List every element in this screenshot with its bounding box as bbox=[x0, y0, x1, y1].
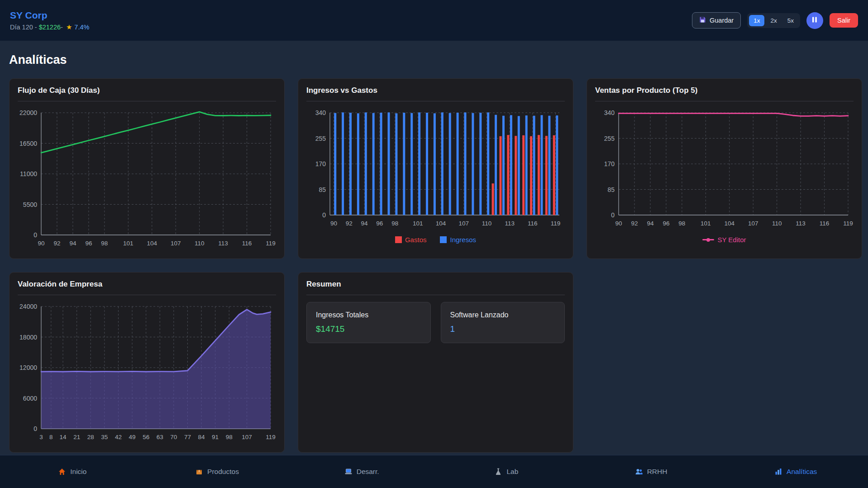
svg-text:21: 21 bbox=[73, 434, 80, 440]
nav-item-inicio[interactable]: Inicio bbox=[0, 455, 145, 488]
speed-1x-button[interactable]: 1x bbox=[749, 15, 764, 26]
svg-text:85: 85 bbox=[607, 186, 615, 193]
pause-button[interactable] bbox=[806, 12, 823, 29]
svg-text:49: 49 bbox=[129, 434, 136, 440]
svg-text:96: 96 bbox=[663, 220, 669, 227]
legend-item-sy-editor[interactable]: SY Editor bbox=[702, 236, 746, 244]
stat-value: 1 bbox=[450, 324, 556, 334]
svg-text:116: 116 bbox=[242, 240, 252, 247]
speed-2x-button[interactable]: 2x bbox=[766, 15, 781, 26]
svg-text:170: 170 bbox=[315, 160, 326, 167]
svg-text:12000: 12000 bbox=[19, 364, 37, 371]
income-vs-expenses-legend: GastosIngresos bbox=[306, 236, 565, 244]
svg-text:101: 101 bbox=[413, 220, 423, 227]
sales-by-product-legend: SY Editor bbox=[595, 236, 854, 244]
nav-label: Lab bbox=[506, 468, 518, 476]
save-button[interactable]: Guardar bbox=[692, 12, 741, 29]
page-title: Analíticas bbox=[9, 53, 859, 67]
svg-text:92: 92 bbox=[53, 240, 60, 247]
svg-text:11000: 11000 bbox=[20, 170, 37, 177]
svg-text:90: 90 bbox=[330, 220, 337, 227]
svg-text:104: 104 bbox=[724, 220, 734, 227]
svg-text:101: 101 bbox=[123, 240, 134, 247]
company-name: SY Corp bbox=[10, 10, 89, 21]
svg-text:110: 110 bbox=[195, 240, 205, 247]
svg-text:70: 70 bbox=[170, 434, 177, 440]
svg-text:116: 116 bbox=[820, 220, 830, 227]
svg-text:0: 0 bbox=[33, 425, 37, 432]
bar-chart-icon bbox=[774, 468, 782, 476]
svg-text:14: 14 bbox=[60, 434, 67, 440]
card-flujo-caja: Flujo de Caja (30 Días) 0550011000165002… bbox=[9, 78, 285, 259]
speed-5x-button[interactable]: 5x bbox=[783, 15, 798, 26]
svg-text:104: 104 bbox=[147, 240, 157, 247]
company-info: SY Corp Día 120 - $21226-★7.4% bbox=[10, 10, 89, 31]
floppy-disk-icon bbox=[699, 16, 706, 24]
nav-item-rrhh[interactable]: RRHH bbox=[579, 455, 724, 488]
svg-text:110: 110 bbox=[772, 220, 782, 227]
legend-item-gastos[interactable]: Gastos bbox=[395, 236, 427, 244]
company-status: Día 120 - $21226-★7.4% bbox=[10, 23, 89, 31]
card-title-resumen: Resumen bbox=[306, 280, 565, 295]
svg-text:104: 104 bbox=[436, 220, 446, 227]
nav-item-productos[interactable]: Productos bbox=[145, 455, 290, 488]
cashflow-chart: 0550011000165002200090929496981011041071… bbox=[18, 108, 276, 251]
svg-text:107: 107 bbox=[458, 220, 469, 227]
summary-stats: Ingresos Totales $14715 Software Lanzado… bbox=[306, 302, 565, 343]
stat-ingresos-totales: Ingresos Totales $14715 bbox=[306, 302, 431, 343]
svg-text:28: 28 bbox=[87, 434, 94, 440]
star-icon: ★ bbox=[66, 23, 72, 31]
card-title-ventas-producto: Ventas por Producto (Top 5) bbox=[595, 86, 854, 101]
svg-text:119: 119 bbox=[266, 240, 276, 247]
card-ventas-producto: Ventas por Producto (Top 5) 085170255340… bbox=[587, 78, 862, 259]
cash-value: $21226 bbox=[39, 24, 61, 31]
exit-button[interactable]: Salir bbox=[830, 13, 858, 28]
laptop-icon bbox=[344, 468, 353, 476]
svg-text:16500: 16500 bbox=[19, 140, 37, 147]
svg-text:3: 3 bbox=[39, 434, 43, 440]
svg-text:119: 119 bbox=[551, 220, 561, 227]
svg-text:92: 92 bbox=[346, 220, 353, 227]
svg-text:94: 94 bbox=[361, 220, 368, 227]
svg-text:340: 340 bbox=[315, 109, 326, 116]
legend-item-ingresos[interactable]: Ingresos bbox=[440, 236, 476, 244]
svg-text:98: 98 bbox=[101, 240, 108, 247]
stat-value: $14715 bbox=[316, 324, 421, 334]
stat-software-lanzado: Software Lanzado 1 bbox=[441, 302, 565, 343]
nav-item-desarrollo[interactable]: Desarr. bbox=[289, 455, 434, 488]
svg-text:90: 90 bbox=[38, 240, 44, 247]
speed-controls: 1x 2x 5x bbox=[747, 13, 800, 28]
bottom-nav: Inicio Productos Desarr. Lab RRHH Analít… bbox=[0, 455, 868, 488]
users-icon bbox=[635, 468, 643, 476]
svg-text:91: 91 bbox=[212, 434, 219, 440]
svg-text:107: 107 bbox=[242, 434, 252, 440]
svg-text:5500: 5500 bbox=[23, 201, 37, 208]
svg-text:107: 107 bbox=[171, 240, 181, 247]
nav-label: Productos bbox=[207, 468, 239, 476]
svg-text:340: 340 bbox=[604, 109, 615, 116]
nav-label: Desarr. bbox=[357, 468, 379, 476]
svg-text:94: 94 bbox=[69, 240, 76, 247]
svg-text:94: 94 bbox=[647, 220, 654, 227]
svg-text:98: 98 bbox=[226, 434, 233, 440]
svg-text:0: 0 bbox=[322, 211, 326, 219]
package-icon bbox=[195, 468, 203, 476]
svg-text:0: 0 bbox=[33, 231, 37, 239]
svg-text:119: 119 bbox=[843, 220, 853, 227]
svg-text:77: 77 bbox=[184, 434, 191, 440]
flask-icon bbox=[494, 468, 502, 476]
stat-label: Software Lanzado bbox=[450, 311, 556, 319]
pause-icon bbox=[812, 17, 817, 24]
nav-item-lab[interactable]: Lab bbox=[434, 455, 579, 488]
sales-by-product-chart: 0851702553409092949698101104107110113116… bbox=[595, 108, 854, 231]
card-ingresos-gastos: Ingresos vs Gastos 085170255340909294969… bbox=[298, 78, 573, 259]
svg-text:255: 255 bbox=[315, 135, 326, 142]
house-icon bbox=[58, 468, 66, 476]
svg-text:113: 113 bbox=[505, 220, 515, 227]
stat-label: Ingresos Totales bbox=[316, 311, 421, 319]
nav-item-analiticas[interactable]: Analíticas bbox=[723, 455, 868, 488]
svg-text:18000: 18000 bbox=[19, 334, 37, 341]
svg-text:56: 56 bbox=[143, 434, 149, 440]
separator: - bbox=[61, 24, 63, 31]
svg-text:63: 63 bbox=[157, 434, 163, 440]
